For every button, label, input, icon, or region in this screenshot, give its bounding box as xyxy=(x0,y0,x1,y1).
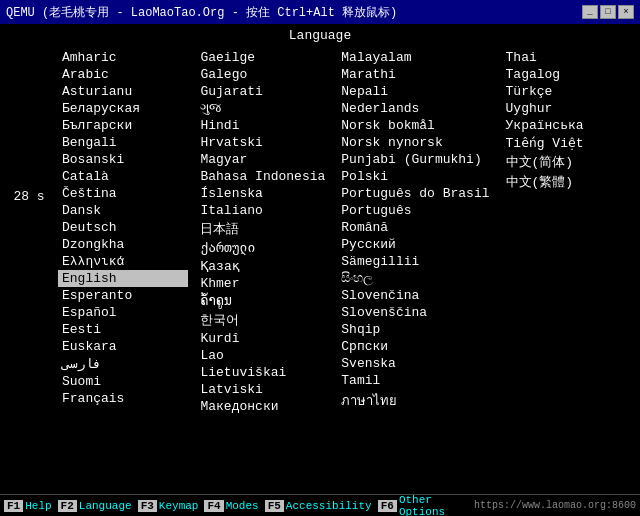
lang-lao[interactable]: Lao xyxy=(196,347,329,364)
language-column-4: Thai Tagalog Türkçe Uyghur Українська Ti… xyxy=(498,49,636,490)
lang-hrvatski[interactable]: Hrvatski xyxy=(196,134,329,151)
url-bar: https://www.laomao.org:8600 xyxy=(474,500,636,511)
fn6-item: F6 Other Options xyxy=(378,494,468,517)
lang-svenska[interactable]: Svenska xyxy=(337,355,493,372)
minimize-button[interactable]: _ xyxy=(582,5,598,19)
lang-japanese[interactable]: 日本語 xyxy=(196,219,329,239)
lang-serbian[interactable]: Српски xyxy=(337,338,493,355)
lang-gaeilge[interactable]: Gaeilge xyxy=(196,49,329,66)
lang-arabic[interactable]: Arabic xyxy=(58,66,188,83)
lang-portuguese[interactable]: Português xyxy=(337,202,493,219)
lang-portuguese-brazil[interactable]: Português do Brasil xyxy=(337,185,493,202)
content-area: 28 s Amharic Arabic Asturianu Беларуская… xyxy=(4,49,636,490)
f2-key[interactable]: F2 xyxy=(58,500,77,512)
lang-bengali[interactable]: Bengali xyxy=(58,134,188,151)
lang-georgian[interactable]: ქართული xyxy=(196,239,329,257)
lang-russian[interactable]: Русский xyxy=(337,236,493,253)
language-column-1: Amharic Arabic Asturianu Беларуская Бълг… xyxy=(54,49,192,490)
lang-kurdi[interactable]: Kurdî xyxy=(196,330,329,347)
lang-asturianu[interactable]: Asturianu xyxy=(58,83,188,100)
lang-islenska[interactable]: Íslenska xyxy=(196,185,329,202)
lang-khmer2[interactable]: ຄ້ຳຄູນ xyxy=(196,292,329,310)
f4-label: Modes xyxy=(226,500,259,512)
maximize-button[interactable]: □ xyxy=(600,5,616,19)
f4-key[interactable]: F4 xyxy=(204,500,223,512)
lang-dutch[interactable]: Nederlands xyxy=(337,100,493,117)
lang-latvian[interactable]: Latviski xyxy=(196,381,329,398)
lang-eesti[interactable]: Eesti xyxy=(58,321,188,338)
language-column-3: Malayalam Marathi Nepali Nederlands Nors… xyxy=(333,49,497,490)
lang-galego[interactable]: Galego xyxy=(196,66,329,83)
lang-albanian[interactable]: Shqip xyxy=(337,321,493,338)
lang-lithuanian[interactable]: Lietuviškai xyxy=(196,364,329,381)
lang-esperanto[interactable]: Esperanto xyxy=(58,287,188,304)
lang-thai[interactable]: Thai xyxy=(502,49,632,66)
lang-bahasa-indonesia[interactable]: Bahasa Indonesia xyxy=(196,168,329,185)
lang-catala[interactable]: Català xyxy=(58,168,188,185)
lang-cestina[interactable]: Čeština xyxy=(58,185,188,202)
lang-magyar[interactable]: Magyar xyxy=(196,151,329,168)
lang-uyghur[interactable]: Uyghur xyxy=(502,100,632,117)
f1-key[interactable]: F1 xyxy=(4,500,23,512)
f2-label: Language xyxy=(79,500,132,512)
lang-chinese-traditional[interactable]: 中文(繁體) xyxy=(502,172,632,192)
lang-chinese-simplified[interactable]: 中文(简体) xyxy=(502,152,632,172)
lang-turkish[interactable]: Türkçe xyxy=(502,83,632,100)
lang-korean[interactable]: 한국어 xyxy=(196,310,329,330)
lang-bosanski[interactable]: Bosanski xyxy=(58,151,188,168)
lang-khmer[interactable]: Khmer xyxy=(196,275,329,292)
lang-romanian[interactable]: Română xyxy=(337,219,493,236)
lang-kazakh[interactable]: Қазақ xyxy=(196,257,329,275)
lang-belarusian[interactable]: Беларуская xyxy=(58,100,188,117)
lang-tagalog[interactable]: Tagalog xyxy=(502,66,632,83)
fn3-item: F3 Keymap xyxy=(138,500,199,512)
lang-vietnamese[interactable]: Tiếng Việt xyxy=(502,134,632,152)
lang-samegillii[interactable]: Sämegillii xyxy=(337,253,493,270)
lang-norsk-bokmal[interactable]: Norsk bokmål xyxy=(337,117,493,134)
f3-label: Keymap xyxy=(159,500,199,512)
lang-bulgarian[interactable]: Български xyxy=(58,117,188,134)
lang-malayalam[interactable]: Malayalam xyxy=(337,49,493,66)
lang-marathi[interactable]: Marathi xyxy=(337,66,493,83)
lang-suomi[interactable]: Suomi xyxy=(58,373,188,390)
main-window: QEMU (老毛桃专用 - LaoMaoTao.Org - 按住 Ctrl+Al… xyxy=(0,0,640,516)
lang-hindi[interactable]: Hindi xyxy=(196,117,329,134)
lang-dansk[interactable]: Dansk xyxy=(58,202,188,219)
lang-espanol[interactable]: Español xyxy=(58,304,188,321)
lang-ukrainian[interactable]: Українська xyxy=(502,117,632,134)
lang-dzongkha[interactable]: Dzongkha xyxy=(58,236,188,253)
lang-sinhala[interactable]: සිංහල xyxy=(337,270,493,287)
lang-greek[interactable]: Ελληνικά xyxy=(58,253,188,270)
lang-norsk-nynorsk[interactable]: Norsk nynorsk xyxy=(337,134,493,151)
countdown-counter: 28 s xyxy=(4,49,54,204)
language-grid: Amharic Arabic Asturianu Беларуская Бълг… xyxy=(54,49,636,490)
lang-italiano[interactable]: Italiano xyxy=(196,202,329,219)
lang-deutsch[interactable]: Deutsch xyxy=(58,219,188,236)
lang-punjabi[interactable]: Punjabi (Gurmukhi) xyxy=(337,151,493,168)
lang-nepali[interactable]: Nepali xyxy=(337,83,493,100)
lang-francais[interactable]: Français xyxy=(58,390,188,407)
lang-tamil[interactable]: Tamil xyxy=(337,372,493,389)
main-content: Language 28 s Amharic Arabic Asturianu Б… xyxy=(0,24,640,494)
title-bar-left: QEMU (老毛桃专用 - LaoMaoTao.Org - 按住 Ctrl+Al… xyxy=(6,4,397,21)
lang-amharic[interactable]: Amharic xyxy=(58,49,188,66)
lang-macedonian[interactable]: Македонски xyxy=(196,398,329,415)
f3-key[interactable]: F3 xyxy=(138,500,157,512)
lang-english[interactable]: English xyxy=(58,270,188,287)
lang-gujarati[interactable]: Gujarati xyxy=(196,83,329,100)
title-bar: QEMU (老毛桃专用 - LaoMaoTao.Org - 按住 Ctrl+Al… xyxy=(0,0,640,24)
window-title: QEMU (老毛桃专用 - LaoMaoTao.Org - 按住 Ctrl+Al… xyxy=(6,4,397,21)
lang-gujarati2[interactable]: ગુજ xyxy=(196,100,329,117)
fn5-item: F5 Accessibility xyxy=(265,500,372,512)
lang-thai-script[interactable]: ภาษาไทย xyxy=(337,389,493,412)
close-button[interactable]: × xyxy=(618,5,634,19)
f6-key[interactable]: F6 xyxy=(378,500,397,512)
lang-farsi[interactable]: فارسی xyxy=(58,355,188,373)
lang-euskara[interactable]: Euskara xyxy=(58,338,188,355)
lang-slovenian[interactable]: Slovenčina xyxy=(337,287,493,304)
f6-label: Other Options xyxy=(399,494,468,517)
f5-label: Accessibility xyxy=(286,500,372,512)
lang-polski[interactable]: Polski xyxy=(337,168,493,185)
f5-key[interactable]: F5 xyxy=(265,500,284,512)
lang-slovene[interactable]: Slovenščina xyxy=(337,304,493,321)
